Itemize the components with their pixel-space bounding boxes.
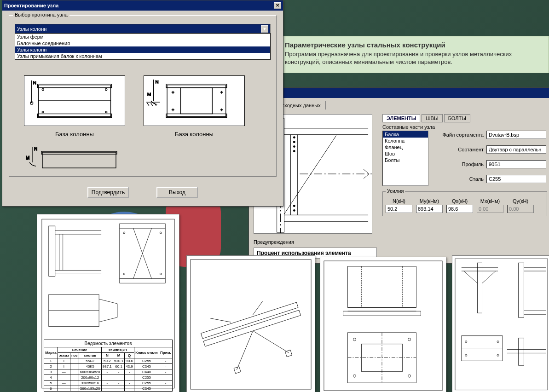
svg-line-71 — [482, 271, 496, 283]
svg-text:+: + — [220, 107, 223, 112]
table-row: 6—360x185x20---С345- — [44, 386, 173, 392]
prototype-combobox[interactable]: Узлы колонн ▼ Узлы ферм Балочные соедине… — [15, 24, 271, 34]
svg-point-63 — [408, 338, 411, 341]
svg-point-62 — [353, 338, 356, 341]
sheet-report-2 — [186, 255, 315, 392]
label-steel: Сталь — [433, 176, 484, 182]
svg-rect-47 — [234, 367, 241, 374]
option-ferm[interactable]: Узлы ферм — [15, 34, 270, 40]
part-bolts[interactable]: Болты — [383, 157, 428, 163]
label-file: Файл сортамента — [433, 132, 484, 138]
svg-line-46 — [253, 323, 289, 362]
svg-point-65 — [408, 375, 411, 377]
svg-point-79 — [465, 341, 467, 343]
input-file[interactable]: DvutavrB.bsp — [486, 131, 546, 139]
svg-point-35 — [123, 273, 125, 275]
svg-point-17 — [293, 150, 295, 152]
svg-rect-42 — [191, 259, 311, 389]
confirm-button[interactable]: Подтвердить — [87, 187, 129, 198]
svg-point-34 — [160, 232, 162, 234]
subtab-elements[interactable]: ЭЛЕМЕНТЫ — [382, 114, 420, 122]
option-beam-column[interactable]: Узлы примыкания балок к колоннам — [15, 53, 270, 59]
force-input-qx[interactable] — [446, 205, 473, 213]
svg-line-70 — [464, 271, 478, 283]
svg-text:M: M — [147, 92, 151, 97]
table-row: 5—330x50x16---С255- — [44, 380, 173, 386]
chevron-down-icon[interactable]: ▼ — [261, 25, 268, 33]
svg-point-19 — [293, 209, 295, 211]
svg-rect-21 — [49, 226, 55, 276]
force-input-n[interactable] — [386, 205, 412, 213]
force-lbl-n: N(кН) — [386, 198, 412, 204]
svg-text:M: M — [26, 156, 29, 161]
part-weld[interactable]: Шов — [383, 150, 428, 157]
svg-rect-52 — [348, 266, 416, 307]
svg-text:+: + — [172, 107, 174, 112]
svg-line-106 — [151, 103, 153, 106]
svg-rect-88 — [37, 114, 111, 117]
svg-point-81 — [465, 354, 467, 356]
option-beam-conn[interactable]: Балочные соединения — [15, 40, 270, 46]
sheet-report-3 — [320, 257, 446, 392]
node-design-dialog: Проектирование узла ✕ Выбор прототипа уз… — [2, 0, 283, 207]
info-title: Параметрические узлы стальных конструкци… — [285, 41, 543, 49]
input-steel[interactable]: С255 — [486, 175, 546, 183]
thumb-2-label: База колонны — [144, 131, 245, 138]
prototype-legend: Выбор прототипа узла — [13, 12, 69, 17]
properties-window: Свойства Задание исходных данных — [248, 87, 549, 264]
svg-rect-69 — [477, 263, 482, 313]
table-row: 1I55Б250.2530.198.6С255- — [44, 358, 173, 364]
sheet-report-4 — [452, 255, 549, 392]
option-columns[interactable]: Узлы колонн — [15, 46, 270, 53]
part-column[interactable]: Колонна — [383, 138, 428, 144]
properties-titlebar[interactable]: Свойства — [249, 88, 549, 98]
input-sortament[interactable]: Двутавр с параллельн — [486, 145, 546, 154]
label-sortament: Сортамент — [433, 147, 484, 152]
part-beam[interactable]: Балка — [383, 131, 428, 138]
svg-point-80 — [497, 341, 499, 343]
table-title: Ведомость элементов — [44, 340, 173, 347]
svg-rect-77 — [462, 336, 503, 361]
sheet-report-1: Ведомость элементов Марка Сечение Усилия… — [37, 214, 179, 392]
exit-button[interactable]: Выход — [156, 187, 198, 198]
svg-rect-99 — [166, 114, 227, 117]
svg-point-82 — [497, 354, 499, 356]
forces-legend: Усилия — [386, 188, 405, 194]
part-flange[interactable]: Фланец — [383, 144, 428, 150]
svg-rect-97 — [167, 85, 226, 117]
parts-listbox[interactable]: Балка Колонна Фланец Шов Болты — [382, 131, 428, 186]
force-lbl-mx: Mx(кНм) — [477, 198, 503, 204]
prototype-thumb-2[interactable]: N M + + + + База колонны — [144, 75, 245, 138]
close-icon[interactable]: ✕ — [274, 2, 281, 9]
warnings-label: Предупреждения — [254, 239, 378, 245]
svg-line-45 — [227, 331, 263, 370]
svg-rect-113 — [41, 151, 117, 154]
svg-line-39 — [99, 299, 117, 304]
svg-point-33 — [123, 232, 125, 234]
subtabs: ЭЛЕМЕНТЫ ШВЫ БОЛТЫ — [382, 114, 547, 122]
combobox-selected: Узлы колонн — [17, 26, 46, 32]
force-input-my[interactable] — [416, 205, 443, 213]
force-lbl-my: My(кНм) — [416, 198, 443, 204]
svg-rect-98 — [166, 84, 227, 88]
prototype-dropdown[interactable]: Узлы ферм Балочные соединения Узлы колон… — [15, 33, 271, 60]
prototype-thumb-1[interactable]: N База колонны — [24, 75, 125, 138]
svg-rect-66 — [455, 259, 548, 390]
svg-rect-100 — [181, 88, 213, 114]
force-input-mx — [477, 205, 503, 213]
subtab-welds[interactable]: ШВЫ — [422, 114, 442, 122]
forces-group: Усилия N(кН) My(кНм) Qx(кН) Mx(кНм) Qy(к… — [382, 191, 547, 216]
dialog-titlebar[interactable]: Проектирование узла ✕ — [2, 0, 283, 11]
table-row: 2I40К5987.160.143.9С345- — [44, 364, 173, 369]
force-lbl-qx: Qx(кН) — [446, 198, 473, 204]
svg-rect-51 — [324, 261, 442, 391]
svg-text:N: N — [34, 147, 37, 151]
svg-point-36 — [160, 273, 162, 275]
input-profile[interactable]: 90Б1 — [486, 160, 546, 168]
svg-point-18 — [293, 205, 295, 207]
svg-rect-83 — [519, 338, 524, 365]
svg-point-16 — [293, 145, 295, 147]
prototype-thumb-3[interactable]: N M — [24, 147, 125, 170]
svg-rect-43 — [201, 302, 298, 339]
subtab-bolts[interactable]: БОЛТЫ — [444, 114, 470, 122]
